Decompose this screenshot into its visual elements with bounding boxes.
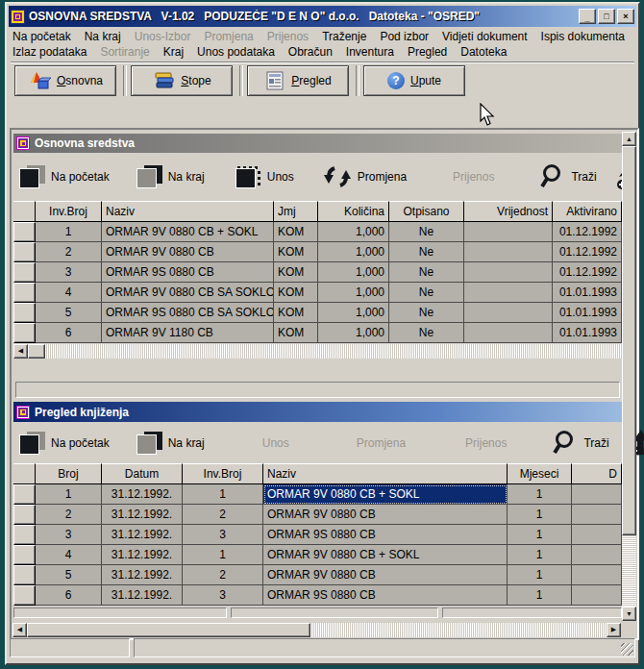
- scroll-left-icon[interactable]: ◀: [13, 344, 28, 359]
- menu-item-pod-izbor[interactable]: Pod izbor: [380, 30, 429, 43]
- selected-cell[interactable]: ORMAR 9V 0880 CB + SOKL: [263, 484, 508, 505]
- scroll-up-icon[interactable]: ▲: [622, 132, 636, 146]
- cell: 31.12.1992.: [102, 565, 183, 585]
- menu-item-na-pocetak[interactable]: Na početak: [12, 30, 71, 43]
- header-aktivirano[interactable]: Aktivirano: [553, 201, 622, 222]
- menu-item-kraj[interactable]: Kraj: [163, 45, 184, 59]
- menu-item-na-kraj[interactable]: Na kraj: [85, 30, 121, 43]
- scroll-track[interactable]: [45, 344, 622, 359]
- header-naziv[interactable]: Naziv: [102, 201, 274, 222]
- assets-hscrollbar[interactable]: ◀: [13, 343, 622, 359]
- app-icon[interactable]: [11, 10, 25, 24]
- cell: ORMAR 9V 0880 CB + SOKL: [263, 545, 508, 565]
- close-button[interactable]: ×: [617, 9, 634, 24]
- assets-row[interactable]: 5 ORMAR 9S 0880 CB SA SOKLO KOM 1,000 Ne…: [13, 303, 622, 323]
- row-selector[interactable]: [13, 323, 36, 343]
- ledger-panel-title: Pregled knjiženja: [35, 406, 129, 419]
- scroll-down-icon[interactable]: ▼: [622, 607, 636, 621]
- header-inv-broj[interactable]: Inv.Broj: [36, 201, 102, 222]
- scroll-thumb[interactable]: [28, 344, 45, 359]
- title-bar[interactable]: OSNOVNA SREDSTVA V-1.02 PODUZEĆE "D E N …: [9, 6, 636, 27]
- assets-nav-trazi[interactable]: Traži: [538, 163, 596, 190]
- assets-row[interactable]: 2 ORMAR 9V 0880 CB KOM 1,000 Ne 01.12.19…: [13, 242, 622, 262]
- pregled-button[interactable]: Pregled: [247, 65, 349, 96]
- scroll-thumb[interactable]: [622, 146, 636, 535]
- header-mjeseci[interactable]: Mjeseci: [508, 463, 572, 484]
- row-selector[interactable]: [13, 262, 36, 283]
- header-naziv[interactable]: Naziv: [263, 463, 508, 484]
- menu-item-datoteka[interactable]: Datoteka: [460, 45, 507, 59]
- ledger-row[interactable]: 6 31.12.1992. 3 ORMAR 9S 0880 CB 1: [13, 585, 622, 606]
- resize-grip[interactable]: [621, 643, 633, 656]
- upute-button[interactable]: ? Upute: [363, 65, 465, 96]
- cell: 1: [508, 525, 572, 545]
- row-selector[interactable]: [13, 525, 36, 545]
- assets-row[interactable]: 3 ORMAR 9S 0880 CB KOM 1,000 Ne 01.12.19…: [13, 262, 622, 283]
- cell: ORMAR 9V 1180 CB: [102, 323, 274, 343]
- menu-item-obracun[interactable]: Obračun: [288, 45, 333, 59]
- row-selector[interactable]: [13, 565, 36, 585]
- ledger-nav-na-kraj[interactable]: Na kraj: [136, 432, 205, 455]
- ledger-row[interactable]: 5 31.12.1992. 2 ORMAR 9V 0880 CB 1: [13, 565, 622, 585]
- menu-item-ispis-dokumenta[interactable]: Ispis dokumenta: [541, 30, 625, 43]
- cell: 1,000: [318, 222, 389, 242]
- row-selector[interactable]: [13, 545, 36, 565]
- menu-item-pregled[interactable]: Pregled: [408, 45, 447, 59]
- row-selector[interactable]: [13, 222, 36, 242]
- header-d[interactable]: D: [572, 463, 622, 484]
- scroll-track[interactable]: [622, 535, 636, 607]
- cell: ORMAR 9S 0880 CB: [263, 585, 508, 606]
- panel-icon[interactable]: [16, 406, 30, 419]
- row-selector[interactable]: [13, 242, 36, 262]
- go-last-icon: [136, 165, 162, 188]
- ledger-table: Broj Datum Inv.Broj Naziv Mjeseci D 1 31…: [13, 463, 622, 606]
- footer-box: [231, 607, 438, 618]
- menu-item-vidjeti-dokument[interactable]: Vidjeti dokument: [442, 30, 528, 43]
- assets-row[interactable]: 1 ORMAR 9V 0880 CB + SOKL KOM 1,000 Ne 0…: [13, 222, 622, 242]
- toolbar-separator: [356, 65, 359, 96]
- menu-item-inventura[interactable]: Inventura: [346, 45, 394, 59]
- assets-row[interactable]: 4 ORMAR 9V 0880 CB SA SOKLO KOM 1,000 Ne…: [13, 283, 622, 303]
- row-selector[interactable]: [13, 585, 36, 606]
- panel-icon[interactable]: [16, 136, 30, 150]
- ledger-row[interactable]: 1 31.12.1992. 1 ORMAR 9V 0880 CB + SOKL …: [13, 484, 622, 505]
- minimize-button[interactable]: _: [579, 9, 596, 24]
- assets-nav-prijenos: Prijenos: [453, 170, 494, 184]
- ledger-row[interactable]: 2 31.12.1992. 2 ORMAR 9V 0880 CB 1: [13, 505, 622, 525]
- header-vrijednost[interactable]: Vrijednost: [464, 201, 553, 222]
- assets-nav-unos[interactable]: Unos: [235, 165, 294, 188]
- client-vscrollbar[interactable]: ▲ ▼: [622, 132, 636, 621]
- header-kolicina[interactable]: Količina: [318, 201, 389, 222]
- header-otpisano[interactable]: Otpisano: [389, 201, 464, 222]
- osnovna-button[interactable]: Osnovna: [14, 65, 116, 96]
- ledger-panel: Pregled knjiženja Na početak Na kraj Uno…: [13, 402, 622, 618]
- assets-panel-title-bar[interactable]: Osnovna sredstva: [13, 134, 622, 153]
- assets-nav-promjena[interactable]: Promjena: [323, 164, 407, 189]
- assets-nav-na-pocetak[interactable]: Na početak: [19, 165, 110, 188]
- header-broj[interactable]: Broj: [36, 463, 102, 484]
- assets-row[interactable]: 6 ORMAR 9V 1180 CB KOM 1,000 Ne 01.01.19…: [13, 323, 622, 343]
- menu-item-izlaz-podataka[interactable]: Izlaz podataka: [12, 45, 87, 59]
- maximize-button[interactable]: □: [598, 9, 615, 24]
- ledger-nav-na-pocetak[interactable]: Na početak: [19, 432, 110, 455]
- ledger-row[interactable]: 4 31.12.1992. 1 ORMAR 9V 0880 CB + SOKL …: [13, 545, 622, 565]
- cell: 1: [508, 484, 572, 505]
- stope-button[interactable]: Stope: [131, 65, 233, 96]
- ledger-row[interactable]: 3 31.12.1992. 3 ORMAR 9S 0880 CB 1: [13, 525, 622, 545]
- row-selector[interactable]: [13, 283, 36, 303]
- ledger-nav-trazi[interactable]: Traži: [551, 430, 608, 457]
- ledger-table-header: Broj Datum Inv.Broj Naziv Mjeseci D: [13, 463, 622, 484]
- footer-box: [13, 607, 227, 618]
- row-selector[interactable]: [13, 303, 36, 323]
- row-selector[interactable]: [13, 484, 36, 505]
- assets-nav-na-kraj[interactable]: Na kraj: [136, 165, 205, 188]
- menu-item-trazenje[interactable]: Traženje: [322, 30, 366, 43]
- menu-item-unos-podataka[interactable]: Unos podataka: [197, 45, 275, 59]
- header-inv-broj[interactable]: Inv.Broj: [183, 463, 263, 484]
- osnovna-label: Osnovna: [57, 74, 103, 87]
- header-jmj[interactable]: Jmj: [274, 201, 318, 222]
- assets-panel: Osnovna sredstva Na početak Na kraj Unos: [13, 134, 622, 359]
- row-selector[interactable]: [13, 505, 36, 525]
- ledger-panel-title-bar[interactable]: Pregled knjiženja: [13, 402, 622, 422]
- header-datum[interactable]: Datum: [102, 463, 183, 484]
